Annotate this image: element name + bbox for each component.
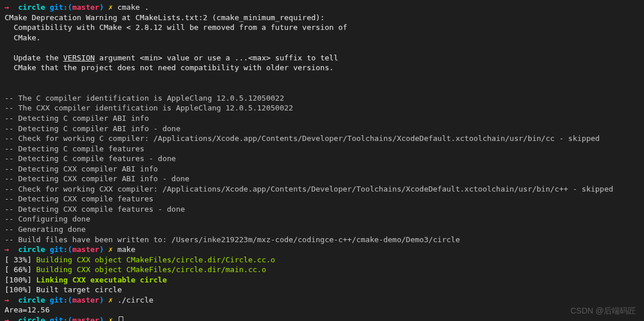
output-text: -- Check for working CXX compiler: /Appl… (5, 184, 639, 194)
prompt-branch: master (72, 3, 99, 12)
prompt-git: git:( (50, 296, 72, 304)
prompt-close: ) (99, 245, 104, 254)
prompt-branch: master (72, 296, 99, 304)
prompt-close: ) (99, 316, 104, 321)
terminal-output[interactable]: → circle git:(master) ✗ cmake . CMake De… (5, 2, 639, 321)
output-text: -- Detecting CXX compiler ABI info (5, 164, 639, 174)
output-text: -- Detecting CXX compile features - done (5, 204, 639, 215)
prompt-arrow: → (5, 316, 9, 321)
prompt-dirty-icon: ✗ (108, 245, 113, 254)
prompt-git: git:( (50, 3, 72, 12)
prompt-line-run: → circle git:(master) ✗ ./circle (5, 295, 639, 305)
output-text: -- The CXX compiler identification is Ap… (5, 103, 639, 113)
output-text: CMake that the project does not need com… (5, 63, 639, 73)
prompt-git: git:( (50, 316, 72, 321)
prompt-dirty-icon: ✗ (108, 316, 113, 321)
output-run: Area=12.56 (5, 305, 639, 315)
output-text: -- Detecting C compile features - done (5, 154, 639, 164)
output-text: -- The C compiler identification is Appl… (5, 93, 639, 104)
output-text: Update the VERSION argument <min> value … (5, 53, 639, 63)
output-build: [ 66%] Building CXX object CMakeFiles/ci… (5, 265, 639, 275)
output-build: [ 33%] Building CXX object CMakeFiles/ci… (5, 255, 639, 265)
output-text: CMake Deprecation Warning at CMakeLists.… (5, 13, 639, 23)
prompt-arrow: → (5, 296, 9, 304)
prompt-arrow: → (5, 245, 9, 254)
output-built: [100%] Built target circle (5, 285, 639, 295)
output-text: -- Build files have been written to: /Us… (5, 235, 639, 245)
prompt-line-active[interactable]: → circle git:(master) ✗ (5, 315, 639, 321)
output-text: -- Generating done (5, 224, 639, 235)
output-blank (5, 43, 639, 53)
output-blank (5, 73, 639, 83)
output-text: -- Detecting CXX compile features (5, 194, 639, 204)
output-link: [100%] Linking CXX executable circle (5, 275, 639, 285)
prompt-line-cmake: → circle git:(master) ✗ cmake . (5, 2, 639, 13)
cmd-run: ./circle (118, 296, 154, 304)
output-text: -- Detecting C compiler ABI info - done (5, 124, 639, 134)
output-text: -- Check for working C compiler: /Applic… (5, 133, 639, 144)
prompt-arrow: → (5, 3, 9, 12)
prompt-git: git:( (50, 245, 72, 254)
prompt-dir: circle (18, 316, 45, 321)
version-keyword: VERSION (63, 54, 95, 62)
prompt-close: ) (99, 3, 104, 12)
prompt-dir: circle (18, 296, 45, 304)
prompt-branch: master (72, 316, 99, 321)
cursor-icon (119, 316, 123, 321)
prompt-dirty-icon: ✗ (108, 3, 113, 12)
output-text: -- Detecting CXX compiler ABI info - don… (5, 174, 639, 184)
output-text: Compatibility with CMake < 2.8.12 will b… (5, 22, 639, 33)
prompt-close: ) (99, 296, 104, 304)
output-text: CMake. (5, 33, 639, 43)
prompt-line-make: → circle git:(master) ✗ make (5, 244, 639, 255)
output-text: -- Detecting C compile features (5, 144, 639, 154)
prompt-dirty-icon: ✗ (108, 296, 113, 304)
cmd-cmake: cmake . (118, 3, 149, 12)
output-text: -- Configuring done (5, 214, 639, 224)
prompt-branch: master (72, 245, 99, 254)
output-text: -- Detecting C compiler ABI info (5, 113, 639, 124)
prompt-dir: circle (18, 3, 45, 12)
prompt-dir: circle (18, 245, 45, 254)
output-blank (5, 83, 639, 93)
cmd-make: make (118, 245, 135, 254)
